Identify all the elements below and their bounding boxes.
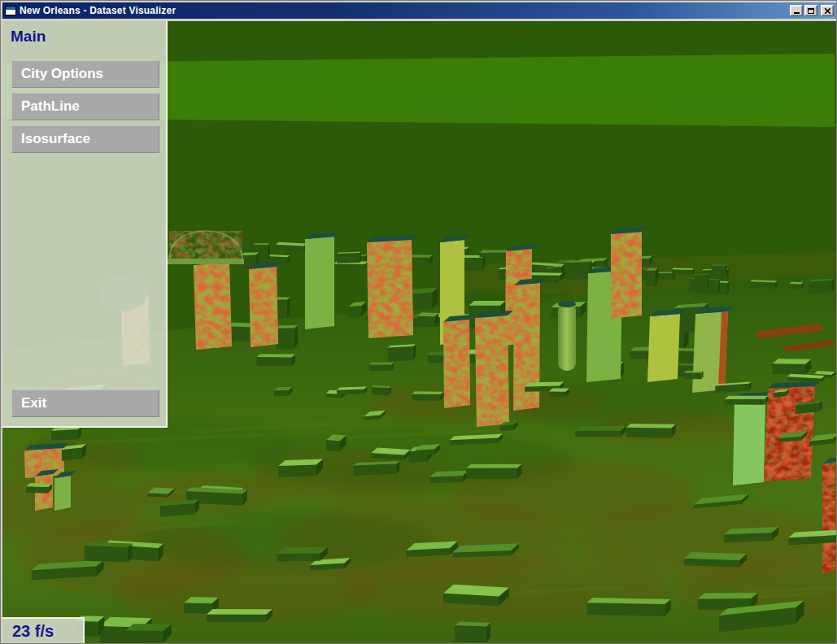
close-icon	[824, 7, 831, 15]
window-controls	[788, 5, 834, 16]
client-area: Main City Options PathLine Isosurface Ex…	[2, 21, 836, 643]
minimize-icon	[794, 12, 800, 14]
panel-heading: Main	[11, 28, 166, 46]
maximize-button[interactable]	[804, 5, 817, 16]
window-title: New Orleans - Dataset Visualizer	[20, 5, 176, 16]
window-titlebar: New Orleans - Dataset Visualizer	[2, 2, 836, 19]
close-button[interactable]	[821, 5, 834, 16]
app-icon	[5, 6, 16, 15]
fps-label: 23 f/s	[12, 622, 54, 641]
exit-button[interactable]: Exit	[11, 389, 159, 417]
maximize-icon	[808, 8, 814, 14]
city-options-button[interactable]: City Options	[11, 60, 159, 88]
pathline-button[interactable]: PathLine	[11, 93, 159, 120]
app-window: New Orleans - Dataset Visualizer	[0, 0, 837, 644]
isosurface-button[interactable]: Isosurface	[11, 125, 159, 153]
menu-panel: Main City Options PathLine Isosurface Ex…	[2, 21, 168, 428]
minimize-button[interactable]	[790, 5, 803, 16]
fps-counter: 23 f/s	[2, 617, 85, 643]
